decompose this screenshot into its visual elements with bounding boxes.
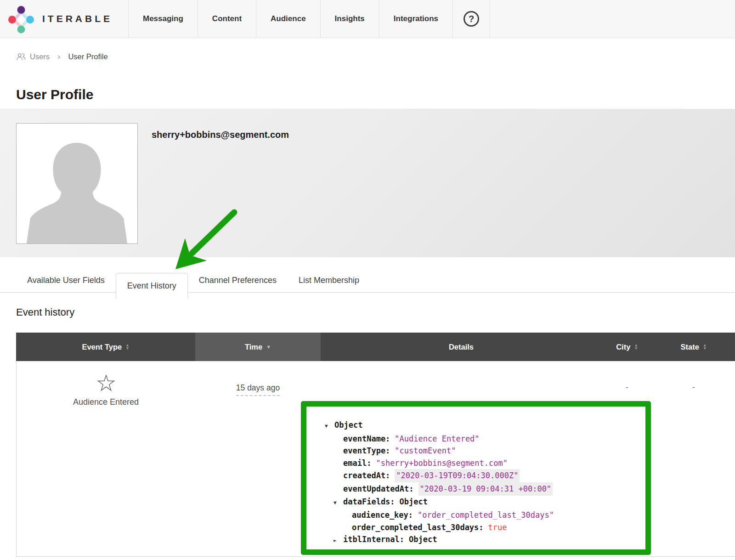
json-line: eventName: "Audience Entered": [325, 433, 641, 445]
nav-item-content[interactable]: Content: [198, 0, 256, 38]
avatar: [16, 123, 138, 244]
json-key: eventType:: [343, 445, 390, 457]
profile-tabs: Available User Fields Event History Chan…: [0, 257, 735, 293]
nav-item-messaging[interactable]: Messaging: [128, 0, 198, 38]
event-history-heading: Event history: [16, 306, 735, 318]
json-value: Object: [409, 533, 437, 546]
json-value: Object: [400, 496, 428, 508]
expand-toggle-icon[interactable]: ▼: [325, 420, 334, 433]
json-value: Object: [334, 419, 362, 431]
sort-icon: ▲▼: [634, 344, 638, 350]
column-label: Details: [449, 343, 474, 351]
breadcrumb: Users › User Profile: [16, 51, 735, 62]
person-silhouette-icon: [17, 124, 137, 243]
expand-toggle-icon[interactable]: ▼: [334, 497, 343, 509]
help-button[interactable]: ?: [452, 0, 490, 38]
column-header-city[interactable]: City ▲▼: [602, 333, 652, 361]
column-label: State: [681, 343, 699, 351]
breadcrumb-current: User Profile: [68, 52, 107, 61]
user-profile-page: ITERABLE Messaging Content Audience Insi…: [0, 0, 735, 560]
json-key: audience_key:: [352, 509, 413, 521]
event-type-cell: Audience Entered: [17, 361, 195, 556]
expand-toggle-icon[interactable]: ►: [334, 535, 343, 547]
json-value: true: [488, 521, 507, 534]
relative-time[interactable]: 15 days ago: [236, 383, 280, 396]
column-label: Event Type: [82, 343, 122, 351]
json-value: "customEvent": [395, 445, 456, 457]
breadcrumb-users-label: Users: [30, 52, 50, 61]
json-value: "sherry+bobbins@segment.com": [376, 457, 508, 469]
iterable-logo[interactable]: ITERABLE: [0, 0, 128, 38]
annotation-highlight-box: ▼ Object eventName: "Audience Entered" e…: [301, 401, 651, 555]
json-value: "order_completed_last_30days": [418, 509, 554, 521]
json-line: ► itblInternal: Object: [325, 533, 641, 547]
table-header: Event Type ▲▼ Time ▼ Details City ▲▼ Sta…: [16, 333, 735, 361]
chevron-right-icon: ›: [55, 52, 63, 61]
sort-icon: ▲▼: [703, 344, 707, 350]
sort-icon: ▲▼: [125, 344, 129, 350]
json-line: ▼ dataFields: Object: [325, 496, 641, 509]
json-value: "2020-03-19T09:04:30.000Z": [395, 469, 520, 482]
json-key: eventName:: [343, 433, 390, 445]
state-cell: -: [652, 361, 735, 556]
nav-item-audience[interactable]: Audience: [256, 0, 320, 38]
json-key: itblInternal:: [343, 533, 404, 546]
json-line: ▼ Object: [325, 419, 641, 433]
event-history-table: Event Type ▲▼ Time ▼ Details City ▲▼ Sta…: [16, 333, 735, 557]
json-key: email:: [343, 457, 371, 469]
column-header-details: Details: [321, 333, 602, 361]
json-line: eventType: "customEvent": [325, 445, 641, 457]
nav-item-integrations[interactable]: Integrations: [379, 0, 452, 38]
json-key: createdAt:: [343, 469, 390, 482]
tab-list-membership[interactable]: List Membership: [288, 265, 370, 285]
column-label: Time: [245, 343, 262, 351]
page-title: User Profile: [16, 86, 735, 103]
sort-desc-icon: ▼: [266, 344, 271, 350]
event-type-label: Audience Entered: [73, 397, 139, 407]
json-line: eventUpdatedAt: "2020-03-19 09:04:31 +00…: [325, 482, 641, 496]
tab-available-user-fields[interactable]: Available User Fields: [16, 265, 116, 285]
tab-channel-preferences[interactable]: Channel Preferences: [188, 265, 288, 285]
tab-event-history[interactable]: Event History: [116, 273, 188, 299]
json-line: audience_key: "order_completed_last_30da…: [325, 509, 641, 521]
json-line: createdAt: "2020-03-19T09:04:30.000Z": [325, 469, 641, 482]
column-label: City: [616, 343, 630, 351]
json-details-viewer: ▼ Object eventName: "Audience Entered" e…: [306, 407, 645, 547]
column-header-event-type[interactable]: Event Type ▲▼: [16, 333, 195, 361]
breadcrumb-users-link[interactable]: Users: [16, 52, 50, 61]
json-line: email: "sherry+bobbins@segment.com": [325, 457, 641, 469]
top-nav: ITERABLE Messaging Content Audience Insi…: [0, 0, 735, 38]
table-row: Audience Entered 15 days ago - - ▼ Objec…: [16, 361, 735, 557]
column-header-time[interactable]: Time ▼: [195, 333, 321, 361]
help-icon: ?: [464, 11, 479, 27]
column-header-state[interactable]: State ▲▼: [652, 333, 735, 361]
profile-header-band: sherry+bobbins@segment.com: [0, 109, 735, 257]
json-line: order_completed_last_30days: true: [325, 521, 641, 534]
json-value: "2020-03-19 09:04:31 +00:00": [418, 482, 553, 496]
json-value: "Audience Entered": [395, 433, 479, 445]
star-icon: [97, 374, 115, 392]
json-key: dataFields:: [343, 496, 395, 508]
users-icon: [16, 53, 26, 61]
brand-wordmark: ITERABLE: [42, 13, 113, 24]
json-key: eventUpdatedAt:: [343, 483, 414, 495]
nav-item-insights[interactable]: Insights: [320, 0, 379, 38]
iterable-diamond-icon: [6, 3, 36, 35]
json-key: order_completed_last_30days:: [352, 521, 484, 534]
user-email: sherry+bobbins@segment.com: [152, 130, 289, 140]
